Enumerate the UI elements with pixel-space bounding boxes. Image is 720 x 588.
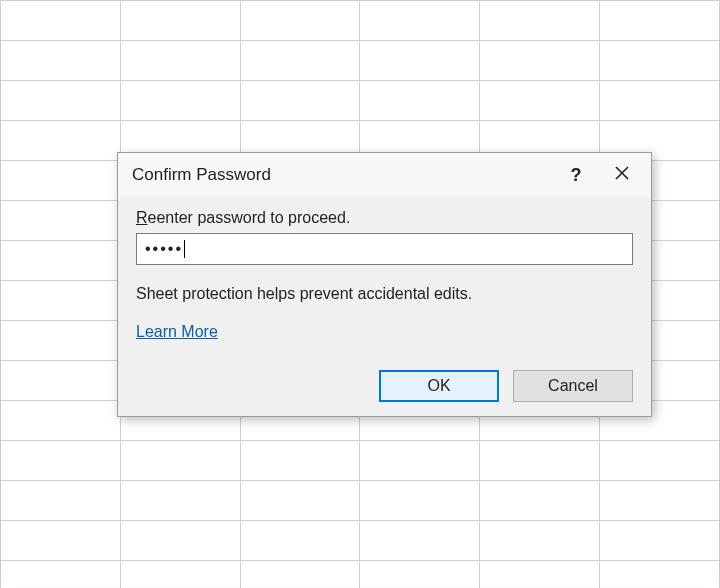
reenter-label: Reenter password to proceed. (136, 209, 633, 227)
dialog-title: Confirm Password (132, 165, 553, 185)
caution-text: Sheet protection helps prevent accidenta… (136, 283, 633, 305)
learn-more-wrap: Learn More (136, 323, 633, 341)
text-caret (184, 240, 185, 258)
cancel-button[interactable]: Cancel (513, 370, 633, 402)
ok-button[interactable]: OK (379, 370, 499, 402)
help-button[interactable]: ? (553, 157, 599, 193)
password-input[interactable]: ••••• (136, 233, 633, 265)
close-icon (614, 165, 630, 186)
reenter-mnemonic: R (136, 209, 148, 226)
ok-button-label: OK (427, 377, 450, 395)
dialog-buttons: OK Cancel (379, 370, 633, 402)
confirm-password-dialog: Confirm Password ? Reenter password to p… (117, 152, 652, 417)
close-button[interactable] (599, 157, 645, 193)
dialog-body: Reenter password to proceed. ••••• Sheet… (118, 197, 651, 355)
reenter-label-rest: eenter password to proceed. (148, 209, 351, 226)
password-field-wrap: ••••• (136, 233, 633, 265)
password-mask: ••••• (145, 241, 183, 257)
dialog-titlebar[interactable]: Confirm Password ? (118, 153, 651, 197)
learn-more-link[interactable]: Learn More (136, 323, 218, 340)
cancel-button-label: Cancel (548, 377, 598, 395)
help-icon: ? (571, 165, 582, 186)
